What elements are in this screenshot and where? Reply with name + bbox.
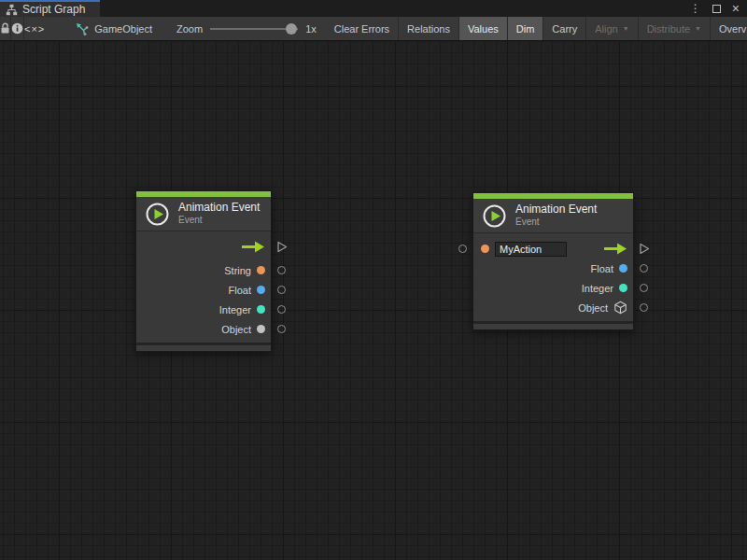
carry-label: Carry [552,23,577,35]
dropdown-arrow-icon: ▼ [623,25,629,32]
port-row-string: String [136,260,271,280]
node-title: Animation Event [515,203,597,217]
string-type-dot [481,245,489,253]
port-label: Float [229,285,251,296]
flow-output-row [136,237,271,257]
port-row-object: Object [473,298,633,317]
port-row-object: Object [136,319,271,339]
integer-type-dot [619,284,627,292]
flow-arrow-icon [241,241,265,253]
port-label: Object [221,324,251,335]
relations-label: Relations [407,23,450,35]
gameobject-label: GameObject [94,23,152,35]
zoom-label: Zoom [176,23,203,35]
port-label: Object [578,302,608,314]
node-header[interactable]: Animation Event Event [136,197,271,231]
zoom-value: 1x [305,23,317,35]
cube-icon [613,301,627,315]
values-label: Values [468,23,499,35]
node-footer [473,321,633,329]
overview-label: Overv [719,23,746,35]
close-icon[interactable]: × [732,2,740,15]
tab-title: Script Graph [22,3,85,16]
carry-button[interactable]: Carry [543,17,585,40]
event-name-input[interactable] [495,242,567,257]
float-type-dot [257,286,265,294]
script-graph-window: Script Graph ⋮ × <×> [0,0,747,560]
flow-output-port[interactable] [639,243,650,255]
graph-asset-icon [76,22,89,35]
port-row-integer: Integer [136,300,271,319]
node-titles: Animation Event Event [178,202,260,226]
zoom-slider[interactable] [210,22,298,35]
float-output-port[interactable] [640,264,648,273]
script-graph-icon [6,4,18,16]
node-animation-event-1[interactable]: Animation Event Event String [135,190,272,352]
port-row-float: Float [136,280,271,300]
node-title: Animation Event [178,202,260,215]
dim-label: Dim [516,23,535,35]
object-output-port[interactable] [277,325,286,333]
object-output-port[interactable] [640,303,648,312]
name-input-port[interactable] [458,245,467,253]
node-subtitle: Event [515,217,597,228]
menu-icon[interactable]: ⋮ [690,3,701,14]
angle-brackets-icon: <×> [24,23,45,35]
object-type-dot [257,325,265,333]
port-label: Float [591,263,613,274]
zoom-slider-track[interactable] [210,28,298,30]
overview-button[interactable]: Overv [710,17,747,40]
port-row-integer: Integer [473,278,633,298]
inline-values-button[interactable]: <×> [23,17,45,40]
relations-button[interactable]: Relations [398,17,458,40]
flow-output-port[interactable] [276,241,288,253]
node-titles: Animation Event Event [515,203,597,228]
port-row-float: Float [473,259,633,278]
port-label: String [224,265,251,276]
integer-type-dot [257,305,265,314]
graph-toolbar: <×> GameObject Zoom 1x Clear Errors [0,17,747,41]
node-body: String Float Integer Object [136,231,271,343]
play-icon [482,203,507,229]
play-icon [145,202,170,227]
integer-output-port[interactable] [640,284,648,292]
align-dropdown-button[interactable]: Align ▼ [585,17,637,40]
info-button[interactable] [10,17,23,40]
integer-output-port[interactable] [277,305,286,314]
info-icon [11,22,23,35]
zoom-control: Zoom 1x [171,17,322,40]
tab-bar: Script Graph ⋮ × [0,0,747,17]
string-output-port[interactable] [277,266,286,274]
clear-errors-button[interactable]: Clear Errors [326,17,398,40]
dropdown-arrow-icon: ▼ [695,25,701,32]
distribute-label: Distribute [647,23,690,35]
graph-owner[interactable]: GameObject [68,17,160,40]
toolbar-actions: Clear Errors Relations Values Dim Carry … [326,17,747,40]
node-header[interactable]: Animation Event Event [473,199,633,233]
port-label: Integer [219,304,251,315]
tab-script-graph[interactable]: Script Graph [0,0,100,17]
node-animation-event-2[interactable]: Animation Event Event [472,192,634,330]
dim-toggle-button[interactable]: Dim [507,17,543,40]
event-name-row [473,239,633,259]
string-type-dot [257,266,265,274]
lock-icon [0,22,10,35]
window-controls: ⋮ × [690,0,747,17]
distribute-dropdown-button[interactable]: Distribute ▼ [638,17,710,40]
node-subtitle: Event [178,215,260,226]
lock-button[interactable] [0,17,10,40]
node-footer [136,343,271,351]
float-type-dot [619,264,627,273]
float-output-port[interactable] [277,286,286,294]
port-label: Integer [582,283,613,294]
node-body: Float Integer Object [473,233,633,321]
align-label: Align [595,23,617,35]
zoom-slider-handle[interactable] [286,23,297,35]
flow-arrow-icon [603,243,627,255]
values-toggle-button[interactable]: Values [458,17,507,40]
clear-errors-label: Clear Errors [334,23,389,35]
maximize-icon[interactable] [712,5,721,13]
graph-canvas[interactable]: Animation Event Event String [0,42,747,560]
